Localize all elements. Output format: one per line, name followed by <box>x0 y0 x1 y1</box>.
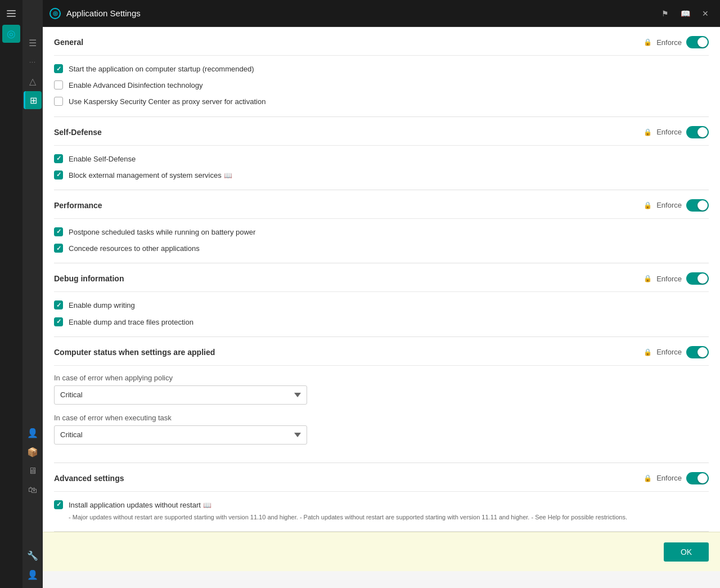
ok-button[interactable]: OK <box>664 542 709 562</box>
checkbox-advanced-0[interactable] <box>54 500 63 509</box>
close-button[interactable]: ✕ <box>698 6 713 21</box>
enforce-toggle-debug[interactable] <box>686 272 709 285</box>
sidebar-nav: ☰ ··· △ ⊞ 👤 📦 🖥 🛍 🔧 👤 <box>22 0 43 588</box>
checkbox-debug-0[interactable] <box>54 300 63 309</box>
enforce-label-general: Enforce <box>656 38 682 47</box>
dropdown-select-0[interactable]: CriticalWarningOK <box>54 385 307 405</box>
titlebar: ◎ Application Settings ⚑ 📖 ✕ <box>43 0 720 27</box>
item-label-wrap: Use Kaspersky Security Center as proxy s… <box>69 96 266 107</box>
section-title-self-defense: Self-Defense <box>54 128 102 137</box>
item-label: Enable Self-Defense <box>69 155 136 163</box>
checkbox-general-1[interactable] <box>54 80 63 89</box>
enforce-row-computer-status: 🔒Enforce <box>644 346 709 358</box>
item-label-wrap: Enable dump and trace files protection <box>69 317 194 327</box>
nav-monitor-icon[interactable]: 🖥 <box>24 462 42 480</box>
section-header-self-defense: Self-Defense🔒Enforce <box>54 117 709 146</box>
section-title-performance: Performance <box>54 201 102 210</box>
section-general: General🔒EnforceStart the application on … <box>54 27 709 117</box>
checkbox-item: Use Kaspersky Security Center as proxy s… <box>54 96 709 107</box>
section-header-advanced: Advanced settings🔒Enforce <box>54 463 709 492</box>
book-button[interactable]: 📖 <box>677 6 693 21</box>
lock-icon: 🔒 <box>644 348 652 356</box>
nav-wrench-icon[interactable]: 🔧 <box>24 546 42 564</box>
lock-icon: 🔒 <box>644 201 652 209</box>
nav-user-icon[interactable]: 👤 <box>24 424 42 442</box>
nav-dots-icon[interactable]: ··· <box>24 53 42 71</box>
help-link-icon[interactable]: 📖 <box>224 172 232 179</box>
lock-icon: 🔒 <box>644 38 652 46</box>
nav-alert-icon[interactable]: △ <box>24 72 42 90</box>
checkbox-self-defense-0[interactable] <box>54 154 63 163</box>
enforce-row-advanced: 🔒Enforce <box>644 472 709 484</box>
item-label-wrap: Install application updates without rest… <box>69 500 627 523</box>
content-area: General🔒EnforceStart the application on … <box>43 27 720 588</box>
item-label-wrap: Postpone scheduled tasks while running o… <box>69 227 255 237</box>
checkbox-item: Block external management of system serv… <box>54 170 709 181</box>
app-icon[interactable]: ◎ <box>2 25 20 43</box>
checkbox-item: Start the application on computer startu… <box>54 64 709 74</box>
nav-person-icon[interactable]: 👤 <box>24 565 42 583</box>
enforce-toggle-performance[interactable] <box>686 199 709 212</box>
checkbox-self-defense-1[interactable] <box>54 170 63 179</box>
checkbox-item: Enable Self-Defense <box>54 154 709 164</box>
item-label-wrap: Enable Self-Defense <box>69 154 136 164</box>
item-label-wrap: Enable Advanced Disinfection technology <box>69 80 203 91</box>
nav-grid-icon[interactable]: ⊞ <box>24 91 42 109</box>
dropdown-group-1: In case of error when executing taskCrit… <box>54 414 709 445</box>
enforce-toggle-general[interactable] <box>686 36 709 48</box>
item-label: Install application updates without rest… <box>69 501 201 509</box>
section-body-self-defense: Enable Self-DefenseBlock external manage… <box>54 146 709 190</box>
section-header-general: General🔒Enforce <box>54 27 709 56</box>
section-advanced: Advanced settings🔒EnforceInstall applica… <box>54 463 709 532</box>
section-self-defense: Self-Defense🔒EnforceEnable Self-DefenseB… <box>54 117 709 190</box>
section-performance: Performance🔒EnforcePostpone scheduled ta… <box>54 190 709 263</box>
section-title-debug: Debug information <box>54 274 124 283</box>
item-label: Enable dump writing <box>69 301 135 309</box>
hamburger-menu[interactable] <box>2 5 20 23</box>
help-link-icon[interactable]: 📖 <box>203 501 212 509</box>
settings-content: General🔒EnforceStart the application on … <box>43 27 720 532</box>
checkbox-item: Enable Advanced Disinfection technology <box>54 80 709 91</box>
item-label-wrap: Start the application on computer startu… <box>69 64 254 74</box>
main-container: ◎ Application Settings ⚑ 📖 ✕ General🔒Enf… <box>43 0 720 588</box>
section-header-computer-status: Computer status when settings are applie… <box>54 337 709 366</box>
section-body-performance: Postpone scheduled tasks while running o… <box>54 219 709 263</box>
enforce-row-performance: 🔒Enforce <box>644 199 709 212</box>
section-body-general: Start the application on computer startu… <box>54 56 709 116</box>
enforce-label-advanced: Enforce <box>656 474 682 482</box>
sidebar-left: ◎ <box>0 0 22 588</box>
titlebar-actions: ⚑ 📖 ✕ <box>657 6 713 21</box>
checkbox-performance-1[interactable] <box>54 244 63 253</box>
lock-icon: 🔒 <box>644 128 652 136</box>
section-body-advanced: Install application updates without rest… <box>54 492 709 532</box>
enforce-row-debug: 🔒Enforce <box>644 272 709 285</box>
section-header-debug: Debug information🔒Enforce <box>54 263 709 292</box>
checkbox-general-2[interactable] <box>54 97 63 106</box>
nav-bag-icon[interactable]: 🛍 <box>24 481 42 499</box>
section-computer-status: Computer status when settings are applie… <box>54 337 709 463</box>
item-label: Block external management of system serv… <box>69 171 222 179</box>
enforce-toggle-computer-status[interactable] <box>686 346 709 358</box>
checkbox-item: Install application updates without rest… <box>54 500 709 523</box>
checkbox-performance-0[interactable] <box>54 227 63 236</box>
nav-list-icon[interactable]: ☰ <box>24 34 42 52</box>
dropdown-label: In case of error when applying policy <box>54 374 709 382</box>
dropdown-select-1[interactable]: CriticalWarningOK <box>54 425 307 445</box>
enforce-toggle-advanced[interactable] <box>686 472 709 484</box>
item-label: Enable Advanced Disinfection technology <box>69 81 203 89</box>
nav-box-icon[interactable]: 📦 <box>24 443 42 461</box>
enforce-label-computer-status: Enforce <box>656 348 682 356</box>
section-title-computer-status: Computer status when settings are applie… <box>54 348 215 357</box>
lock-icon: 🔒 <box>644 275 652 282</box>
checkbox-debug-1[interactable] <box>54 317 63 326</box>
checkbox-general-0[interactable] <box>54 64 63 73</box>
item-label-wrap: Enable dump writing <box>69 300 135 311</box>
enforce-label-self-defense: Enforce <box>656 128 682 136</box>
flag-button[interactable]: ⚑ <box>657 6 673 21</box>
item-label: Use Kaspersky Security Center as proxy s… <box>69 97 266 106</box>
enforce-toggle-self-defense[interactable] <box>686 126 709 138</box>
section-header-performance: Performance🔒Enforce <box>54 190 709 219</box>
section-body-debug: Enable dump writingEnable dump and trace… <box>54 292 709 336</box>
checkbox-item: Concede resources to other applications <box>54 243 709 254</box>
item-label: Start the application on computer startu… <box>69 65 254 73</box>
